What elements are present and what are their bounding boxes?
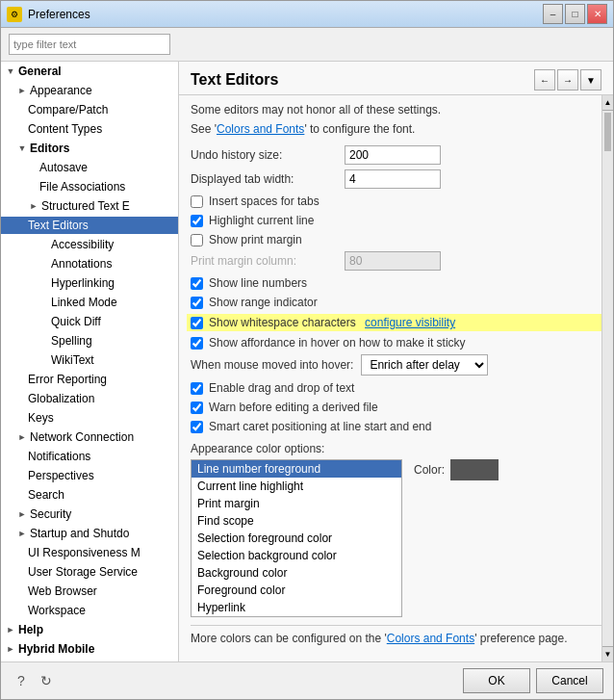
sidebar-item-appearance[interactable]: ► Appearance <box>1 81 178 100</box>
sidebar-label-security: Security <box>30 507 71 521</box>
sidebar-item-wikitext[interactable]: WikiText <box>1 350 178 370</box>
expand-icon-hybrid-mobile: ► <box>5 643 16 655</box>
sidebar-item-general[interactable]: ▼ General <box>1 62 178 81</box>
sidebar-label-network-connection: Network Connection <box>30 430 134 444</box>
color-item-selection-fg[interactable]: Selection foreground color <box>192 530 401 547</box>
color-item-foreground[interactable]: Foreground color <box>192 582 401 599</box>
sidebar-item-startup-shutdown[interactable]: ► Startup and Shutdo <box>1 524 178 543</box>
sidebar-item-help[interactable]: ► Help <box>1 620 178 639</box>
sidebar-item-spelling[interactable]: Spelling <box>1 331 178 350</box>
hover-row: When mouse moved into hover: Enrich afte… <box>191 354 601 376</box>
sidebar-item-content-types[interactable]: Content Types <box>1 119 178 139</box>
maximize-button[interactable]: □ <box>565 4 585 24</box>
highlight-current-checkbox[interactable] <box>191 215 203 227</box>
sidebar-item-editors[interactable]: ▼ Editors <box>1 139 178 158</box>
sidebar-item-annotations[interactable]: Annotations <box>1 254 178 273</box>
bottom-bar: ? ↻ OK Cancel <box>1 661 613 699</box>
sidebar-item-hyperlinking[interactable]: Hyperlinking <box>1 273 178 293</box>
print-margin-col-input <box>345 251 441 271</box>
sidebar-item-security[interactable]: ► Security <box>1 505 178 524</box>
panel-toolbar: ← → ▼ <box>534 69 601 91</box>
scroll-down-btn[interactable]: ▼ <box>602 646 613 661</box>
print-margin-col-label: Print margin column: <box>191 254 345 268</box>
close-button[interactable]: ✕ <box>587 4 607 24</box>
color-item-find-scope[interactable]: Find scope <box>192 512 401 530</box>
scroll-up-btn[interactable]: ▲ <box>602 95 613 111</box>
show-range-indicator-checkbox[interactable] <box>191 297 203 309</box>
sidebar-label-hybrid-mobile: Hybrid Mobile <box>18 642 94 656</box>
color-item-print-margin[interactable]: Print margin <box>192 495 401 512</box>
sidebar-item-hybrid-mobile[interactable]: ► Hybrid Mobile <box>1 639 178 659</box>
color-item-background[interactable]: Background color <box>192 564 401 582</box>
warn-before-editing-checkbox[interactable] <box>191 402 203 414</box>
sidebar-label-file-associations: File Associations <box>39 180 125 194</box>
show-whitespace-row: Show whitespace characters configure vis… <box>187 314 601 331</box>
show-affordance-label: Show affordance in hover on how to make … <box>209 336 466 350</box>
enable-drag-drop-checkbox[interactable] <box>191 382 203 395</box>
show-print-margin-label: Show print margin <box>209 233 302 246</box>
show-whitespace-checkbox[interactable] <box>191 317 203 329</box>
color-list: Line number foreground Current line high… <box>191 459 402 617</box>
color-swatch[interactable] <box>450 459 499 480</box>
footer-colors-fonts-link[interactable]: Colors and Fonts <box>387 632 474 645</box>
show-affordance-checkbox[interactable] <box>191 337 203 350</box>
configure-visibility-link[interactable]: configure visibility <box>365 316 455 329</box>
colors-fonts-text2: ' to configure the font. <box>304 122 415 136</box>
sidebar-label-autosave: Autosave <box>39 161 88 174</box>
ok-button[interactable]: OK <box>463 668 530 693</box>
sidebar-item-keys[interactable]: Keys <box>1 408 178 428</box>
colors-fonts-text1: See ' <box>191 122 217 136</box>
help-icon-btn[interactable]: ? <box>11 670 32 691</box>
sidebar-item-globalization[interactable]: Globalization <box>1 389 178 408</box>
expand-icon-network: ► <box>16 431 28 443</box>
tab-width-input[interactable] <box>345 169 441 189</box>
sidebar-item-network-connection[interactable]: ► Network Connection <box>1 428 178 447</box>
sidebar-item-file-associations[interactable]: File Associations <box>1 177 178 196</box>
scroll-thumb[interactable] <box>604 113 611 151</box>
forward-button[interactable]: → <box>557 69 578 91</box>
sidebar-label-annotations: Annotations <box>51 257 112 271</box>
hover-select[interactable]: Enrich after delay Enrich immediately Ne… <box>361 354 488 376</box>
sidebar-item-workspace[interactable]: Workspace <box>1 601 178 620</box>
tab-width-row: Displayed tab width: <box>191 169 601 189</box>
undo-label: Undo history size: <box>191 148 345 162</box>
color-item-hyperlink[interactable]: Hyperlink <box>192 599 401 616</box>
sidebar-item-structured-text[interactable]: ► Structured Text E <box>1 196 178 216</box>
color-item-selection-bg[interactable]: Selection background color <box>192 547 401 564</box>
show-whitespace-label: Show whitespace characters <box>209 316 356 329</box>
show-line-numbers-checkbox[interactable] <box>191 277 203 290</box>
color-item-line-number-fg[interactable]: Line number foreground <box>192 460 401 478</box>
appearance-section-label: Appearance color options: <box>191 442 601 455</box>
color-item-current-line[interactable]: Current line highlight <box>192 478 401 495</box>
expand-icon-appearance: ► <box>16 85 28 96</box>
sidebar-item-compare-patch[interactable]: Compare/Patch <box>1 100 178 119</box>
sidebar-item-quick-diff[interactable]: Quick Diff <box>1 312 178 331</box>
sidebar-item-web-browser[interactable]: Web Browser <box>1 582 178 601</box>
filter-input[interactable] <box>9 34 170 55</box>
sidebar-item-autosave[interactable]: Autosave <box>1 158 178 177</box>
back-button[interactable]: ← <box>534 69 555 91</box>
smart-caret-checkbox[interactable] <box>191 421 203 433</box>
right-panel: Text Editors ← → ▼ Some editors may not … <box>179 62 613 661</box>
undo-history-input[interactable] <box>345 145 441 165</box>
sidebar-label-text-editors: Text Editors <box>28 219 89 232</box>
dropdown-button[interactable]: ▼ <box>580 69 601 91</box>
minimize-button[interactable]: – <box>543 4 563 24</box>
sidebar-item-text-editors[interactable]: Text Editors <box>1 216 178 235</box>
colors-fonts-link1[interactable]: Colors and Fonts <box>217 122 304 136</box>
sidebar-item-user-storage[interactable]: User Storage Service <box>1 562 178 582</box>
sidebar-item-accessibility[interactable]: Accessibility <box>1 235 178 254</box>
sidebar-label-compare-patch: Compare/Patch <box>28 103 108 117</box>
sidebar-item-ui-responsiveness[interactable]: UI Responsiveness M <box>1 543 178 562</box>
tab-width-label: Displayed tab width: <box>191 172 345 186</box>
restore-defaults-btn[interactable]: ↻ <box>36 670 57 691</box>
insert-spaces-checkbox[interactable] <box>191 195 203 208</box>
sidebar-item-linked-mode[interactable]: Linked Mode <box>1 293 178 312</box>
footer-text1: More colors can be configured on the ' <box>191 632 387 645</box>
show-print-margin-checkbox[interactable] <box>191 234 203 246</box>
sidebar-item-notifications[interactable]: Notifications <box>1 447 178 466</box>
cancel-button[interactable]: Cancel <box>536 668 603 693</box>
sidebar-item-perspectives[interactable]: Perspectives <box>1 466 178 485</box>
sidebar-item-search[interactable]: Search <box>1 485 178 505</box>
sidebar-item-error-reporting[interactable]: Error Reporting <box>1 370 178 389</box>
